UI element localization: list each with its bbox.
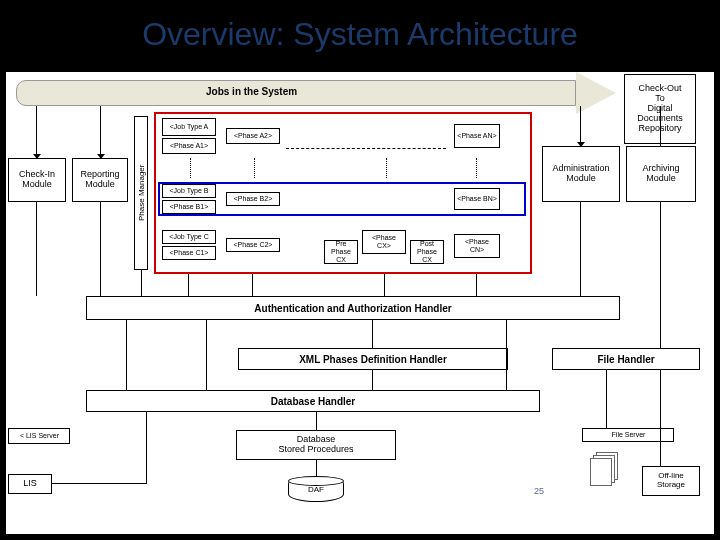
- phase-a1: <Phase A1>: [162, 138, 216, 154]
- page-title: Overview: System Architecture: [0, 4, 720, 59]
- flow-arrow-head: [576, 72, 616, 114]
- dots-2: [254, 158, 255, 178]
- daf-database: DAF: [288, 476, 344, 502]
- phase-c1: <Phase C1>: [162, 246, 216, 260]
- conn-report-top: [100, 106, 101, 158]
- phase-cx-pre: Pre Phase CX: [324, 240, 358, 264]
- conn-admin-auth: [580, 202, 581, 296]
- page-number: 25: [534, 486, 544, 496]
- conn-ph4: [476, 274, 477, 296]
- arrow-tip-3: [577, 142, 585, 147]
- conn-sp-daf: [316, 460, 317, 476]
- job-type-c: <Job Type C: [162, 230, 216, 244]
- conn-arch-top: [660, 106, 661, 146]
- phase-manager: Phase Manager: [134, 116, 148, 270]
- archiving-module: Archiving Module: [626, 146, 696, 202]
- conn-arch-file: [660, 202, 661, 348]
- conn-auth-db-r: [506, 320, 507, 390]
- conn-xml-db: [372, 370, 373, 390]
- arrow-tip-1: [33, 154, 41, 159]
- dots-4: [476, 158, 477, 178]
- diagram-canvas: Jobs in the System Check-Out To Digital …: [6, 72, 714, 534]
- admin-module: Administration Module: [542, 146, 620, 202]
- lis: LIS: [8, 474, 52, 494]
- auth-handler: Authentication and Authorization Handler: [86, 296, 620, 320]
- conn-report-auth: [100, 202, 101, 296]
- db-handler: Database Handler: [86, 390, 540, 412]
- dots-1: [190, 158, 191, 178]
- phase-cx-post: Post Phase CX: [410, 240, 444, 264]
- conn-file-srv: [606, 370, 607, 428]
- conn-db-lis: [146, 412, 147, 484]
- conn-db-sp: [316, 412, 317, 430]
- conn-file-off: [660, 370, 661, 466]
- lis-server: < LIS Server: [8, 428, 70, 444]
- conn-pm-auth: [141, 270, 142, 296]
- conn-admin-top: [580, 106, 581, 146]
- conn-lis-h: [52, 483, 146, 484]
- phase-bn: <Phase BN>: [454, 188, 500, 210]
- job-type-b: <Job Type B: [162, 184, 216, 198]
- stored-procedures: Database Stored Procedures: [236, 430, 396, 460]
- conn-checkin-top: [36, 106, 37, 158]
- checkin-module: Check-In Module: [8, 158, 66, 202]
- offline-storage: Off-line Storage: [642, 466, 700, 496]
- reporting-module: Reporting Module: [72, 158, 128, 202]
- conn-ph1: [188, 274, 189, 296]
- conn-ph2: [252, 274, 253, 296]
- file-handler: File Handler: [552, 348, 700, 370]
- daf-label: DAF: [308, 485, 324, 494]
- flow-arrow-label: Jobs in the System: [206, 86, 297, 97]
- phase-an: <Phase AN>: [454, 124, 500, 148]
- conn-auth-xml: [372, 320, 373, 348]
- arrow-tip-2: [97, 154, 105, 159]
- phase-b1: <Phase B1>: [162, 200, 216, 214]
- dash-a: [286, 148, 446, 149]
- job-type-a: <Job Type A: [162, 118, 216, 136]
- conn-auth-db-2: [206, 320, 207, 390]
- phase-c2: <Phase C2>: [226, 238, 280, 252]
- phase-cn: <Phase CN>: [454, 234, 500, 258]
- phase-b2: <Phase B2>: [226, 192, 280, 206]
- conn-ph3: [384, 274, 385, 296]
- conn-checkin-auth: [36, 202, 37, 296]
- dots-3: [386, 158, 387, 178]
- phase-a2: <Phase A2>: [226, 128, 280, 144]
- conn-auth-db-l: [126, 320, 127, 390]
- phase-cx: <Phase CX>: [362, 230, 406, 254]
- xml-handler: XML Phases Definition Handler: [238, 348, 508, 370]
